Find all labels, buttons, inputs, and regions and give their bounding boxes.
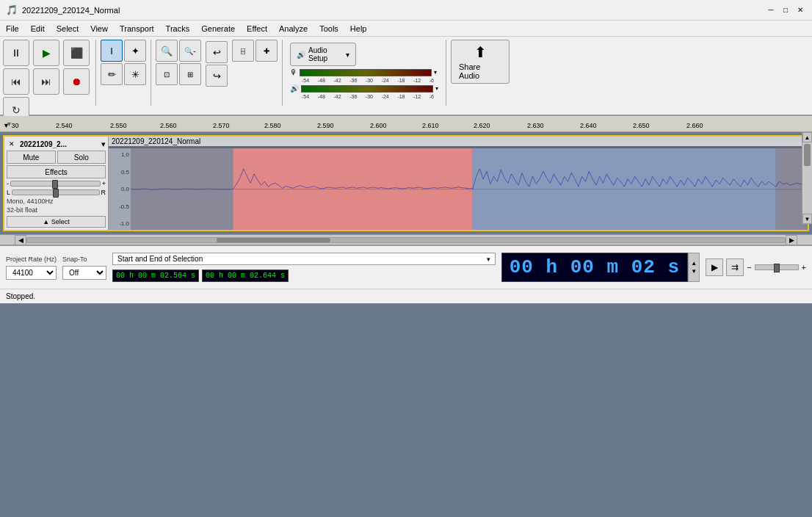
ruler-val-12: 2.660 [686,122,703,129]
menu-transport[interactable]: Transport [114,23,160,35]
play-end-button[interactable]: ▶ [706,258,723,276]
speed-slider[interactable] [755,264,799,270]
speed-plus[interactable]: + [802,263,806,272]
spectral-edit-button[interactable]: ⌸ [232,40,254,62]
record-mic-icon: 🎙 [290,68,297,76]
ruler-val-9: 2.630 [527,122,544,129]
app-icon: 🎵 [6,4,18,15]
spectral-grab-button[interactable]: ✚ [255,40,278,62]
gain-slider[interactable] [10,181,101,187]
close-button[interactable]: ✕ [794,4,806,16]
solo-button[interactable]: Solo [57,151,106,164]
share-audio-button[interactable]: ⬆ Share Audio [451,40,510,84]
extra-tools: ⌸ ✚ [232,40,278,62]
speed-button[interactable]: ⇉ [726,258,744,276]
menu-generate[interactable]: Generate [195,23,241,35]
vscroll-up-arrow[interactable]: ▲ [802,132,812,142]
status-text: Stopped. [6,292,35,300]
speed-minus[interactable]: − [747,263,751,272]
selection-tool-button[interactable]: I [101,40,123,62]
y-label-neg1.0: -1.0 [110,220,129,227]
multi-tool-button[interactable]: ✳ [124,63,146,85]
timeline-ruler[interactable]: ▼ ▼ 30 2.540 2.550 2.560 2.570 2.580 2.5… [0,116,812,132]
menu-tools[interactable]: Tools [313,23,344,35]
track-waveform-container[interactable]: 20221209_220124_Normal 1.0 0.5 0.0 -0.5 … [109,137,808,230]
pause-button[interactable]: ⏸ [3,40,29,66]
play-button[interactable]: ▶ [33,40,59,66]
pb-label-3: -42 [333,94,341,99]
selection-mode-section: Start and End of Selection ▾ 00 h 00 m 0… [112,253,496,282]
play-speed-section: ▶ ⇉ − + [706,258,806,276]
track-dropdown-arrow[interactable]: ▾ [101,140,106,149]
skip-fwd-button[interactable]: ⏭ [33,68,59,95]
hscroll-track[interactable] [26,237,786,243]
audio-setup-section: 🔊 Audio Setup ▾ 🎙 ▾ -54 -48 -42 -36 [287,40,441,102]
pb-label-5: -30 [366,94,373,99]
effects-button[interactable]: Effects [7,165,106,178]
menu-analyze[interactable]: Analyze [273,23,313,35]
menu-view[interactable]: View [84,23,114,35]
snap-to-dropdown[interactable]: Off [62,266,106,280]
y-axis: 1.0 0.5 0.0 -0.5 -1.0 [109,148,131,230]
zoom-out-button[interactable]: 🔍- [179,40,201,62]
vertical-scrollbar[interactable]: ▲ ▼ [802,132,812,224]
record-button[interactable]: ⏺ [63,68,90,95]
menu-select[interactable]: Select [51,23,85,35]
hscroll-right-arrow[interactable]: ▶ [786,235,797,245]
menu-effect[interactable]: Effect [241,23,273,35]
divider4 [446,40,446,106]
hscroll-left-arrow[interactable]: ◀ [15,235,26,245]
zoom-fit-button[interactable]: ⊞ [179,63,201,85]
transport-controls: ⏸ ▶ ⬛ ⏮ ⏭ ⏺ ↻ [3,40,91,123]
menu-tracks[interactable]: Tracks [160,23,196,35]
ruler-val-8: 2.620 [474,122,490,129]
project-rate-dropdown[interactable]: 44100 [6,266,57,280]
track-select-button[interactable]: ▲ Select [7,216,106,228]
stop-button[interactable]: ⬛ [63,40,90,66]
end-time-display[interactable]: 00 h 00 m 02.644 s [202,270,289,282]
audio-setup-button[interactable]: 🔊 Audio Setup ▾ [290,43,356,66]
zoom-sel-button[interactable]: ⊡ [156,63,178,85]
audio-setup-arrow: ▾ [346,51,349,59]
big-time-section: 00 h 00 m 02 s ▲ ▼ [501,253,700,282]
vu-label-9: -6 [429,78,434,83]
ruler-val-6: 2.600 [370,122,387,129]
redo-button[interactable]: ↪ [206,65,228,87]
vu-label-3: -42 [333,78,341,83]
start-time-display[interactable]: 00 h 00 m 02.564 s [112,270,199,282]
track-name[interactable]: 20221209_2... [20,140,98,148]
share-audio-label: Share Audio [459,62,501,80]
snap-to-section: Snap-To Off [62,256,106,280]
big-time-arrows[interactable]: ▲ ▼ [688,253,700,282]
pb-label-2: -48 [318,94,325,99]
pencil-tool-button[interactable]: ✏ [101,63,123,85]
playback-icon: 🔊 [290,84,299,93]
track-header-label: 20221209_220124_Normal [109,137,808,146]
vu-label-1: -54 [302,78,309,83]
menu-file[interactable]: File [0,23,25,35]
selection-mode-dropdown[interactable]: Start and End of Selection ▾ [112,253,496,265]
gain-row: - + [7,180,106,187]
vu-label-2: -48 [318,78,325,83]
track-info: Mono, 44100Hz 32-bit float [7,198,106,214]
divider1 [95,40,96,106]
vu-label-8: -12 [413,78,421,83]
zoom-in-button[interactable]: 🔍 [156,40,178,62]
ruler-val-30: ▼ 30 [3,122,18,129]
menu-help[interactable]: Help [344,23,373,35]
mute-button[interactable]: Mute [7,151,56,164]
envelope-tool-button[interactable]: ✦ [124,40,146,62]
menu-edit[interactable]: Edit [25,23,51,35]
vscroll-thumb[interactable] [804,144,811,166]
minimize-button[interactable]: ─ [765,4,777,16]
track-close-button[interactable]: ✕ [7,139,17,149]
vscroll-down-arrow[interactable]: ▼ [802,214,812,224]
ruler-val-3: 2.570 [213,122,230,129]
hscroll-thumb[interactable] [217,238,330,242]
track-info-line1: Mono, 44100Hz [7,198,106,206]
pan-left-label: L [7,189,10,196]
maximize-button[interactable]: □ [780,4,791,16]
skip-back-button[interactable]: ⏮ [3,68,29,95]
undo-button[interactable]: ↩ [206,41,228,63]
pan-slider[interactable] [12,189,99,195]
